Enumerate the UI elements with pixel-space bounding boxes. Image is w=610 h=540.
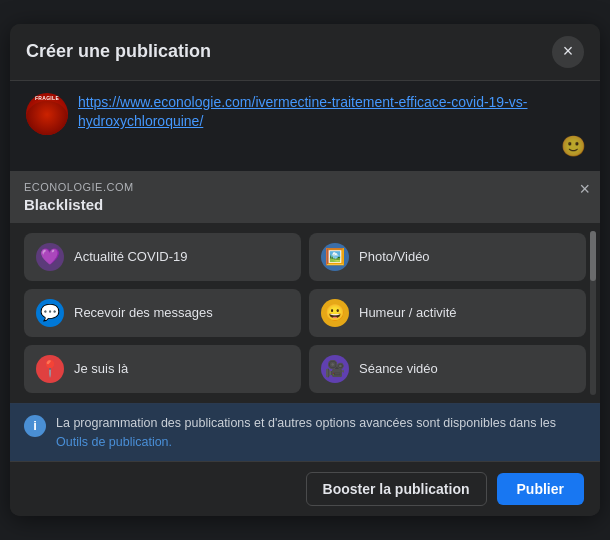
photo-icon: 🖼️	[321, 243, 349, 271]
link-title: Blacklisted	[24, 196, 586, 213]
checkin-icon: 📍	[36, 355, 64, 383]
actions-grid: 💜 Actualité COVID-19 🖼️ Photo/Vidéo 💬 Re…	[10, 223, 600, 403]
scrollbar-thumb[interactable]	[590, 231, 596, 281]
post-input-area: FRAGILE https://www.econologie.com/iverm…	[10, 81, 600, 171]
action-video-label: Séance vidéo	[359, 361, 438, 376]
create-post-modal: Créer une publication × FRAGILE https://…	[10, 24, 600, 517]
action-photo-button[interactable]: 🖼️ Photo/Vidéo	[309, 233, 586, 281]
post-link[interactable]: https://www.econologie.com/ivermectine-t…	[78, 93, 584, 132]
action-video-button[interactable]: 🎥 Séance vidéo	[309, 345, 586, 393]
action-mood-button[interactable]: 😀 Humeur / activité	[309, 289, 586, 337]
info-icon: i	[24, 415, 46, 437]
action-covid-label: Actualité COVID-19	[74, 249, 187, 264]
action-checkin-button[interactable]: 📍 Je suis là	[24, 345, 301, 393]
publish-button[interactable]: Publier	[497, 473, 584, 505]
covid-icon: 💜	[36, 243, 64, 271]
remove-link-button[interactable]: ×	[579, 179, 590, 200]
modal-title: Créer une publication	[26, 41, 211, 62]
emoji-button[interactable]: 🙂	[558, 131, 588, 161]
modal-footer: Booster la publication Publier	[10, 461, 600, 516]
action-message-button[interactable]: 💬 Recevoir des messages	[24, 289, 301, 337]
modal-header: Créer une publication ×	[10, 24, 600, 81]
boost-button[interactable]: Booster la publication	[306, 472, 487, 506]
video-icon: 🎥	[321, 355, 349, 383]
action-checkin-label: Je suis là	[74, 361, 128, 376]
mood-icon: 😀	[321, 299, 349, 327]
close-icon: ×	[563, 41, 574, 62]
info-bar: i La programmation des publications et d…	[10, 403, 600, 462]
link-preview-card: ECONOLOGIE.COM Blacklisted ×	[10, 171, 600, 223]
link-source: ECONOLOGIE.COM	[24, 181, 586, 193]
info-text: La programmation des publications et d'a…	[56, 414, 586, 452]
remove-link-icon: ×	[579, 179, 590, 199]
action-mood-label: Humeur / activité	[359, 305, 457, 320]
scrollbar-track[interactable]	[590, 231, 596, 395]
publication-tools-link[interactable]: Outils de publication.	[56, 435, 172, 449]
avatar: FRAGILE	[26, 93, 68, 135]
message-icon: 💬	[36, 299, 64, 327]
action-covid-button[interactable]: 💜 Actualité COVID-19	[24, 233, 301, 281]
close-modal-button[interactable]: ×	[552, 36, 584, 68]
emoji-icon: 🙂	[561, 134, 586, 158]
action-message-label: Recevoir des messages	[74, 305, 213, 320]
action-photo-label: Photo/Vidéo	[359, 249, 430, 264]
